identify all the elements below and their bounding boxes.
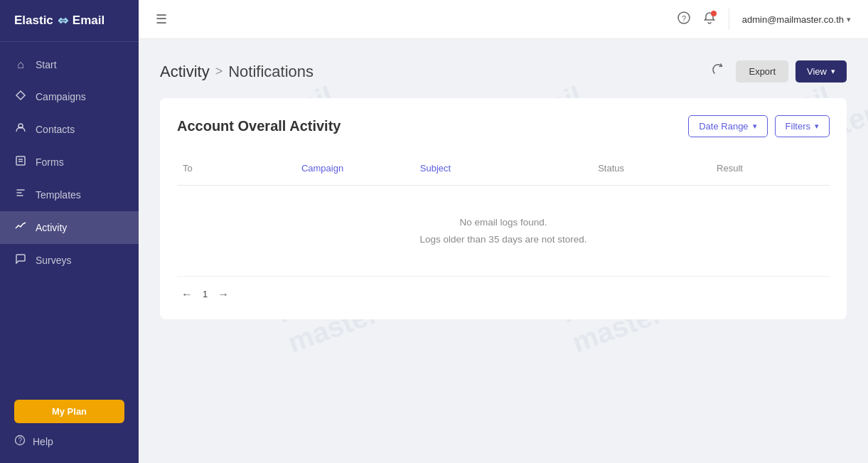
view-button-label: View: [807, 66, 827, 77]
app-logo: Elastic ⇔ Email: [0, 0, 139, 42]
templates-icon: [14, 188, 27, 202]
view-button[interactable]: View ▾: [795, 60, 847, 83]
sidebar-item-contacts[interactable]: Contacts: [0, 113, 139, 146]
column-header-status: Status: [592, 159, 711, 178]
filters-caret-icon: ▾: [815, 122, 819, 131]
activity-card: Account Overall Activity Date Range ▾ Fi…: [160, 98, 847, 319]
activity-icon: [14, 220, 27, 235]
topbar-right: ? admin@mailmaster.co.th ▾: [677, 9, 851, 30]
empty-line-1: No email logs found.: [177, 214, 830, 231]
user-email-dropdown[interactable]: admin@mailmaster.co.th ▾: [742, 14, 851, 25]
sidebar-item-label: Forms: [36, 156, 64, 168]
column-header-result: Result: [711, 159, 830, 178]
svg-rect-1: [16, 156, 25, 165]
sidebar-item-surveys[interactable]: Surveys: [0, 244, 139, 277]
hamburger-menu[interactable]: ☰: [156, 11, 167, 27]
date-range-caret-icon: ▾: [753, 122, 757, 131]
campaigns-icon: [14, 90, 27, 104]
page-header: Activity > Notifications Export View ▾: [160, 59, 847, 84]
chevron-down-icon: ▾: [847, 15, 851, 24]
pagination: ← 1 →: [177, 276, 830, 302]
empty-state: No email logs found. Logs older than 35 …: [177, 186, 830, 270]
sidebar-item-label: Activity: [36, 222, 67, 233]
logo-text-email: Email: [73, 14, 105, 28]
card-title: Account Overall Activity: [177, 118, 341, 134]
sidebar-item-label: Contacts: [36, 124, 75, 135]
svg-text:?: ?: [682, 14, 686, 22]
sidebar-bottom: My Plan ? Help: [0, 389, 139, 463]
surveys-icon: [14, 253, 27, 267]
sidebar-item-activity[interactable]: Activity: [0, 211, 139, 244]
home-icon: ⌂: [14, 58, 27, 71]
topbar-divider: [729, 9, 729, 30]
topbar: ☰ ? admin@mailmaster.co.th ▾: [139, 0, 868, 39]
user-email-text: admin@mailmaster.co.th: [742, 14, 844, 25]
filters-label: Filters: [786, 121, 810, 132]
empty-line-2: Logs older than 35 days are not stored.: [177, 231, 830, 248]
svg-text:?: ?: [18, 437, 23, 445]
table-header: To Campaign Subject Status Result: [177, 151, 830, 186]
main-area: ☰ ? admin@mailmaster.co.th ▾: [139, 0, 868, 463]
filters-button[interactable]: Filters ▾: [775, 115, 830, 137]
sidebar-item-label: Templates: [36, 189, 81, 201]
card-header: Account Overall Activity Date Range ▾ Fi…: [177, 115, 830, 137]
export-button[interactable]: Export: [736, 60, 788, 83]
help-icon: ?: [14, 435, 26, 448]
breadcrumb: Activity > Notifications: [160, 63, 314, 81]
pagination-prev[interactable]: ←: [177, 287, 197, 302]
sidebar-item-label: Surveys: [36, 255, 72, 266]
sidebar-item-start[interactable]: ⌂ Start: [0, 49, 139, 80]
pagination-page-number: 1: [203, 289, 208, 299]
column-header-subject: Subject: [414, 159, 592, 178]
help-item[interactable]: ? Help: [14, 430, 124, 452]
sidebar-item-campaigns[interactable]: Campaigns: [0, 80, 139, 113]
activity-table: To Campaign Subject Status Result No ema…: [177, 151, 830, 302]
help-topbar-icon[interactable]: ?: [677, 11, 690, 28]
breadcrumb-current: Notifications: [228, 63, 314, 81]
column-header-campaign: Campaign: [296, 159, 414, 178]
date-range-button[interactable]: Date Range ▾: [688, 115, 767, 137]
sidebar-item-label: Start: [36, 59, 57, 70]
notification-bell-icon[interactable]: [703, 11, 716, 28]
column-header-to: To: [177, 159, 296, 178]
content-area: mailmaster mailmaster mailmaster mailmas…: [139, 39, 868, 463]
view-caret-icon: ▾: [831, 67, 835, 76]
refresh-button[interactable]: [707, 59, 729, 84]
card-actions: Date Range ▾ Filters ▾: [688, 115, 830, 137]
sidebar-item-templates[interactable]: Templates: [0, 179, 139, 211]
sidebar-item-forms[interactable]: Forms: [0, 146, 139, 179]
contacts-icon: [14, 122, 27, 137]
breadcrumb-parent[interactable]: Activity: [160, 63, 210, 81]
notification-dot: [711, 11, 717, 16]
logo-symbol: ⇔: [58, 13, 68, 28]
breadcrumb-separator: >: [215, 64, 223, 79]
sidebar-item-label: Campaigns: [36, 91, 86, 102]
date-range-label: Date Range: [699, 121, 748, 132]
my-plan-button[interactable]: My Plan: [14, 400, 124, 423]
logo-text-elastic: Elastic: [14, 14, 53, 28]
pagination-next[interactable]: →: [213, 287, 233, 302]
forms-icon: [14, 155, 27, 169]
header-actions: Export View ▾: [707, 59, 847, 84]
sidebar: Elastic ⇔ Email ⌂ Start Campaigns Co: [0, 0, 139, 463]
sidebar-nav: ⌂ Start Campaigns Contacts: [0, 42, 139, 389]
help-label: Help: [33, 436, 53, 447]
